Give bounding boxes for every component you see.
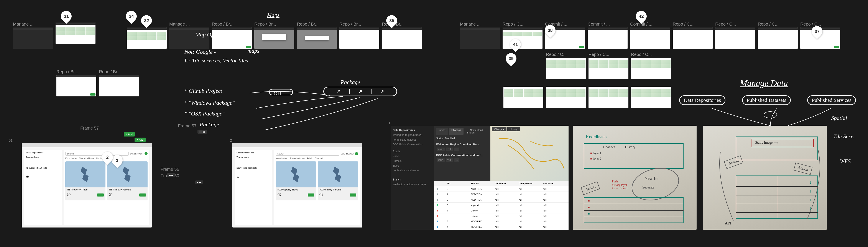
sidebar-item[interactable]: north-island-dataset xyxy=(393,137,432,142)
table-row[interactable]: 2 ADDITION null null null xyxy=(434,197,568,203)
sidebar-item[interactable]: Tearing demo xyxy=(237,156,271,158)
thumbnail-commit[interactable] xyxy=(588,28,627,49)
app-tab[interactable]: Data Browser xyxy=(130,152,143,155)
add-button[interactable] xyxy=(350,193,356,197)
thumbnail-map[interactable] xyxy=(127,28,167,49)
search-input[interactable] xyxy=(276,152,339,155)
filter-tab[interactable]: Shared with me xyxy=(79,157,94,160)
thumbnail-repo[interactable] xyxy=(339,28,379,49)
pin-32[interactable]: 32 xyxy=(141,15,152,28)
thumbnail-repo-map[interactable] xyxy=(631,87,671,108)
pin-2[interactable]: 2 xyxy=(102,152,113,165)
app-screenshot-2[interactable]: Local Repositories Tearing demo nz avoca… xyxy=(232,143,362,227)
thumbnail-repo[interactable] xyxy=(758,28,798,49)
info-icon[interactable]: ⓘ xyxy=(319,192,323,197)
dataset-card[interactable]: NZ Primary Parcels ⓘ xyxy=(318,162,358,201)
thumbnail-repo-map[interactable] xyxy=(546,87,586,108)
table-row[interactable]: 4 Delete null null null xyxy=(434,208,568,213)
filter-tab[interactable]: Koordinates xyxy=(276,157,287,160)
thumbnail-manage[interactable] xyxy=(169,28,209,49)
avatar-icon[interactable] xyxy=(355,152,358,155)
table-row[interactable]: 7 MODIFIED null null null xyxy=(434,224,568,230)
thumbnail-manage[interactable] xyxy=(460,28,500,49)
thumbnail-repo-map[interactable] xyxy=(589,87,628,108)
sidebar-item[interactable]: DOC Public Conservation xyxy=(393,142,432,147)
thumbnail-repo-map[interactable] xyxy=(503,28,542,49)
sidebar-item[interactable]: wellington-region/branch1 xyxy=(393,133,432,137)
wb-col: History xyxy=(625,145,636,149)
table-row[interactable]: 6 MODIFIED null null null xyxy=(434,219,568,224)
dark-app-screenshot[interactable]: Data Repositories wellington-region/bran… xyxy=(391,126,568,230)
dataset-card[interactable]: NZ Property Titles ⓘ xyxy=(65,162,106,201)
chip[interactable]: v1.0 xyxy=(446,147,453,151)
thumbnail-repo-dialog[interactable] xyxy=(254,28,294,49)
sidebar-item[interactable]: nz avocado heart cells xyxy=(26,167,60,169)
section-title[interactable]: DOC Public Conservation Land bran... xyxy=(436,153,488,158)
chip[interactable]: ... xyxy=(454,147,459,151)
chip[interactable]: v1.0 xyxy=(446,158,453,162)
info-icon[interactable]: ⓘ xyxy=(109,192,113,197)
filter-tab[interactable]: Channel xyxy=(315,157,323,160)
sidebar-item[interactable]: Wellington region work maps xyxy=(393,182,432,187)
table-row[interactable]: 5 Delete null null null xyxy=(434,213,568,219)
table-row[interactable]: 3 support null null null xyxy=(434,203,568,208)
thumbnail-repo[interactable] xyxy=(382,28,422,49)
sidebar-item[interactable]: nz avocado heart cells xyxy=(237,167,271,169)
sidebar-item[interactable]: Parks xyxy=(393,154,432,158)
thumbnail-repo[interactable] xyxy=(99,75,139,97)
add-button[interactable] xyxy=(308,193,314,197)
chip[interactable]: main xyxy=(437,158,445,162)
thumbnail-repo[interactable] xyxy=(56,75,96,97)
tab-inputs[interactable]: Inputs xyxy=(436,128,448,135)
app-tab[interactable]: Data Browser xyxy=(340,152,354,155)
thumbnail-repo-map[interactable] xyxy=(503,87,544,108)
app-screenshot-1[interactable]: Local Repositories Tearing demo nz avoca… xyxy=(22,143,152,227)
pin-39[interactable]: 39 xyxy=(506,53,517,66)
add-button[interactable] xyxy=(139,193,146,197)
svg-text:New Br: New Br xyxy=(645,176,658,181)
add-button[interactable] xyxy=(97,193,104,197)
thumbnail-commit[interactable] xyxy=(630,28,670,49)
info-icon[interactable]: ⓘ xyxy=(67,192,70,197)
tab-changes[interactable]: Changes xyxy=(449,128,464,135)
pin-31[interactable]: 31 xyxy=(61,11,72,24)
avatar-icon[interactable] xyxy=(145,152,148,155)
thumbnail-repo-map[interactable] xyxy=(589,58,628,79)
thumbnail-repo[interactable] xyxy=(212,28,252,49)
filter-tab[interactable]: Public xyxy=(96,157,102,160)
section-title[interactable]: Wellington Region Combined Bran... xyxy=(436,142,488,147)
thumbnail-repo-map[interactable] xyxy=(631,58,671,79)
sidebar-item[interactable]: Roads xyxy=(393,149,432,154)
pin-37[interactable]: 37 xyxy=(812,26,823,39)
sidebar-item[interactable]: Titles xyxy=(393,163,432,168)
pin-34[interactable]: 34 xyxy=(126,11,137,24)
pin-42[interactable]: 42 xyxy=(636,11,647,24)
add-pill[interactable]: + Add xyxy=(134,138,146,142)
chip[interactable]: ... xyxy=(454,158,459,162)
thumbnail-repo[interactable] xyxy=(715,28,755,49)
pin-38[interactable]: 38 xyxy=(545,25,556,38)
pin-35[interactable]: 35 xyxy=(386,15,397,28)
add-icon[interactable]: ⊕ xyxy=(237,175,239,179)
add-icon[interactable]: ⊕ xyxy=(26,175,29,179)
sidebar-item[interactable]: north-island-addresses xyxy=(393,168,432,173)
info-icon[interactable]: ⓘ xyxy=(278,192,281,197)
pin-41[interactable]: 41 xyxy=(510,39,521,52)
dataset-card[interactable]: NZ Property Titles ⓘ xyxy=(276,162,316,201)
thumbnail-repo-dialog[interactable] xyxy=(297,28,337,49)
filter-tab[interactable]: Koordinates xyxy=(65,157,77,160)
filter-tab[interactable]: Shared with me xyxy=(289,157,305,160)
map-panel[interactable]: Changes History xyxy=(490,126,568,181)
table-row[interactable]: 0 ADDITION null null null xyxy=(434,186,568,192)
thumbnail-repo[interactable] xyxy=(673,28,713,49)
thumbnail-repo-map[interactable] xyxy=(546,58,586,79)
chip[interactable]: main xyxy=(437,147,445,151)
add-pill[interactable]: + Add xyxy=(124,132,135,137)
sidebar-item[interactable]: Tearing demo xyxy=(26,156,60,158)
pin-1[interactable]: 1 xyxy=(112,155,123,168)
table-row[interactable]: 1 ADDITION null null null xyxy=(434,192,568,197)
thumbnail-map[interactable] xyxy=(56,23,95,44)
thumbnail-manage[interactable] xyxy=(13,28,53,49)
sidebar-item[interactable]: Parcels xyxy=(393,158,432,163)
filter-tab[interactable]: Public xyxy=(307,157,313,160)
